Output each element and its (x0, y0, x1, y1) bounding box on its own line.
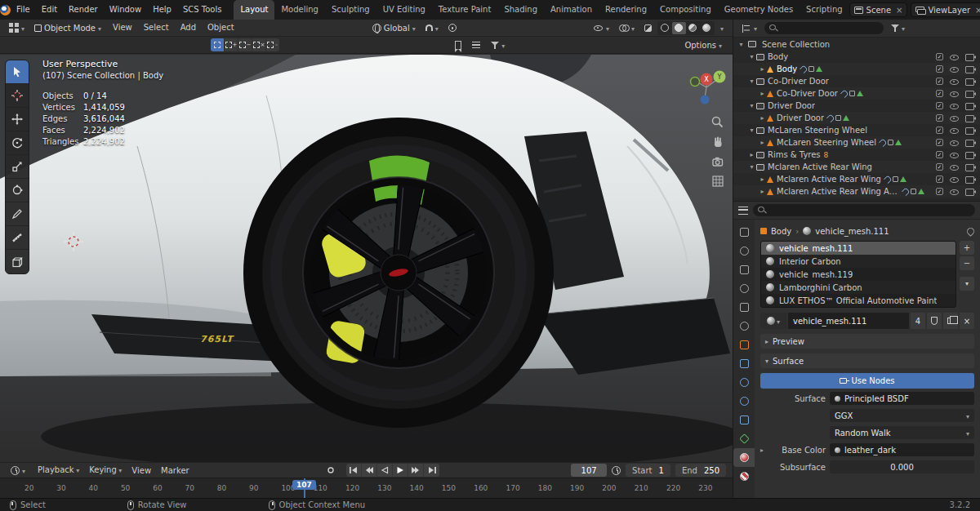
workspace-tab[interactable]: UV Editing (376, 0, 432, 20)
zoom-icon[interactable] (710, 115, 725, 130)
orthographic-grid-icon[interactable] (710, 174, 725, 189)
annotate-tool[interactable] (6, 202, 29, 226)
selectable-checkbox-icon[interactable] (936, 127, 943, 134)
hide-in-viewport-eye-icon[interactable] (949, 150, 960, 159)
material-name-field[interactable]: vehicle_mesh.111 (788, 313, 909, 329)
disable-in-render-camera-icon[interactable] (965, 114, 975, 122)
hide-in-viewport-eye-icon[interactable] (949, 138, 960, 147)
socket-expand-icon[interactable] (760, 447, 767, 454)
scene-selector[interactable]: Scene × (849, 2, 908, 17)
disable-in-render-camera-icon[interactable] (965, 163, 975, 171)
menu-item[interactable]: Keying (84, 462, 127, 478)
timeline-editor-type-button[interactable] (7, 463, 29, 478)
disable-in-render-camera-icon[interactable] (965, 90, 975, 97)
expand-arrow-icon[interactable]: ▾ (747, 163, 756, 171)
expand-arrow-icon[interactable]: ▾ (747, 78, 756, 85)
fake-user-shield-button[interactable] (927, 313, 942, 329)
remove-viewlayer-icon[interactable]: × (973, 6, 980, 15)
menu-item[interactable]: Object (202, 18, 240, 38)
disable-in-render-camera-icon[interactable] (965, 151, 975, 158)
constraints-tab[interactable] (733, 411, 755, 429)
menu-item[interactable]: Window (104, 0, 147, 20)
jump-to-start-button[interactable] (346, 464, 362, 477)
menu-item[interactable]: Edit (36, 0, 63, 20)
hide-in-viewport-eye-icon[interactable] (949, 175, 960, 184)
workspace-tab[interactable]: Sculpting (325, 0, 376, 20)
menu-item[interactable]: View (107, 18, 138, 38)
material-slot[interactable]: vehicle_mesh.119 (761, 268, 956, 281)
hide-in-viewport-eye-icon[interactable] (949, 162, 960, 171)
menu-item[interactable]: View (127, 463, 156, 478)
visibility-dropdown[interactable] (589, 20, 613, 35)
hide-in-viewport-eye-icon[interactable] (949, 52, 960, 61)
properties-search[interactable] (753, 204, 975, 216)
current-frame-field[interactable]: 107 (571, 464, 607, 477)
new-material-button[interactable] (943, 313, 958, 329)
play-reverse-button[interactable] (377, 464, 393, 477)
presets-list-button[interactable] (468, 38, 484, 52)
expand-arrow-icon[interactable]: ▸ (758, 139, 767, 146)
outliner-row[interactable]: ▸ Mclaren Active Rear Wing Actuators (733, 185, 980, 198)
workspace-tab[interactable]: Animation (544, 0, 599, 20)
disable-in-render-camera-icon[interactable] (965, 102, 975, 109)
select-box-tool[interactable] (6, 60, 29, 84)
blender-logo-icon[interactable] (0, 0, 11, 20)
breadcrumb-material[interactable]: vehicle_mesh.111 (815, 227, 889, 236)
selectable-checkbox-icon[interactable] (936, 90, 943, 97)
disable-in-render-camera-icon[interactable] (965, 188, 975, 195)
outliner-row[interactable]: ▾ Driver Door (733, 100, 980, 112)
hide-in-viewport-eye-icon[interactable] (949, 101, 960, 110)
object-tab[interactable] (733, 335, 755, 354)
particles-tab[interactable] (733, 373, 755, 392)
select-mode-extend-button[interactable]: + (225, 38, 238, 51)
scene-collection-row[interactable]: ▾ Scene Collection (733, 38, 980, 51)
disable-in-render-camera-icon[interactable] (965, 78, 975, 85)
material-slot[interactable]: vehicle_mesh.111 (761, 242, 956, 255)
properties-editor-icon[interactable] (738, 207, 748, 215)
workspace-tab[interactable]: Shading (497, 0, 544, 20)
timeline-ruler[interactable]: 2030405060708090100110120130140150160170… (0, 478, 733, 498)
selectable-checkbox-icon[interactable] (936, 114, 943, 122)
auto-keying-button[interactable] (322, 463, 340, 478)
select-mode-set-button[interactable] (211, 38, 224, 51)
output-tab[interactable] (733, 260, 755, 279)
outliner-row[interactable]: ▸ Mclaren Active Rear Wing (733, 173, 980, 185)
play-button[interactable] (393, 464, 408, 477)
tool-tab[interactable] (733, 223, 755, 242)
use-nodes-button[interactable]: Use Nodes (760, 373, 974, 389)
camera-view-icon[interactable] (710, 154, 725, 169)
filter-button[interactable] (487, 38, 509, 52)
preview-panel-header[interactable]: Preview (760, 334, 974, 349)
transform-orientation-dropdown[interactable]: Global (368, 20, 420, 35)
subsurface-slider[interactable]: 0.000 (830, 460, 974, 473)
start-frame-field[interactable]: Start1 (626, 464, 670, 477)
menu-item[interactable]: Marker (156, 463, 194, 478)
jump-to-end-button[interactable] (424, 464, 439, 477)
outliner-row[interactable]: ▾ Mclaren Active Rear Wing (733, 161, 980, 173)
navigation-gizmo[interactable]: X Y (685, 66, 728, 110)
overlays-dropdown[interactable] (615, 20, 639, 35)
expand-arrow-icon[interactable]: ▾ (747, 102, 756, 109)
properties-search-input[interactable] (769, 207, 970, 215)
pan-hand-icon[interactable] (710, 135, 725, 149)
render-tab[interactable] (733, 242, 755, 260)
selectable-checkbox-icon[interactable] (936, 65, 943, 73)
move-tool[interactable] (6, 108, 29, 131)
outliner-row[interactable]: ▸ McLaren Steering Wheel (733, 136, 980, 149)
workspace-tab[interactable]: Rendering (599, 0, 653, 20)
surface-panel-header[interactable]: Surface (760, 353, 974, 368)
rotate-tool[interactable] (6, 131, 29, 155)
cursor-tool[interactable] (6, 84, 29, 108)
view-layer-tab[interactable] (733, 279, 755, 298)
scale-tool[interactable] (6, 155, 29, 179)
material-slot[interactable]: Interior Carbon (761, 255, 956, 268)
outliner-row[interactable]: ▸ Rims & Tyres 8 (733, 149, 980, 161)
material-tab[interactable] (733, 448, 755, 467)
outliner-editor-type-button[interactable] (738, 21, 761, 36)
expand-arrow-icon[interactable]: ▸ (758, 90, 767, 97)
outliner-row[interactable]: ▸ Driver Door (733, 112, 980, 124)
breadcrumb-object[interactable]: Body (771, 227, 791, 236)
disable-in-render-camera-icon[interactable] (965, 176, 975, 183)
workspace-tab[interactable]: Geometry Nodes (718, 0, 800, 20)
workspace-tab[interactable]: Layout (234, 0, 274, 20)
